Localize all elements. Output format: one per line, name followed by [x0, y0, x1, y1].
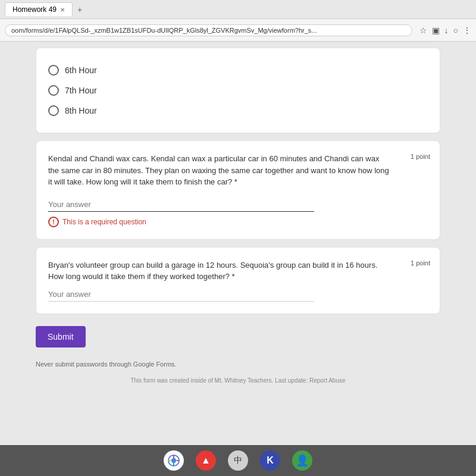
- tab-title: Homework 49: [12, 5, 57, 14]
- arrow-icon[interactable]: ↓: [444, 26, 449, 35]
- radio-option-6th[interactable]: 6th Hour: [48, 60, 428, 80]
- footer-text: This form was created inside of Mt. Whit…: [36, 377, 440, 384]
- bookmark-icon[interactable]: ▣: [432, 26, 440, 35]
- new-tab-button[interactable]: +: [73, 2, 87, 17]
- tab-bar: Homework 49 ✕ +: [0, 0, 476, 19]
- address-bar[interactable]: oom/forms/d/e/1FAlpQLSd-_xzmB1w1ZB1sUFDu…: [5, 24, 412, 36]
- taskbar-chrome-icon[interactable]: [164, 450, 184, 471]
- radio-label-8th: 8th Hour: [65, 106, 97, 115]
- taskbar-red-icon[interactable]: ▲: [196, 450, 216, 471]
- question1-point-badge: 1 point: [411, 153, 430, 160]
- taskbar-person-icon[interactable]: 👤: [292, 450, 312, 471]
- radio-option-8th[interactable]: 8th Hour: [48, 101, 428, 121]
- menu-icon[interactable]: ⋮: [463, 26, 471, 35]
- page-content: 6th Hour 7th Hour 8th Hour 1 point Kenda…: [0, 42, 476, 445]
- star-icon[interactable]: ☆: [419, 26, 427, 35]
- radio-label-6th: 6th Hour: [65, 65, 97, 75]
- svg-point-1: [171, 458, 176, 463]
- radio-circle-6th[interactable]: [48, 65, 59, 76]
- radio-circle-8th[interactable]: [48, 105, 59, 116]
- browser-bar: oom/forms/d/e/1FAlpQLSd-_xzmB1w1ZB1sUFDu…: [0, 19, 476, 42]
- submit-section: Submit: [36, 321, 440, 347]
- radio-circle-7th[interactable]: [48, 85, 59, 96]
- radio-option-7th[interactable]: 7th Hour: [48, 80, 428, 101]
- disclaimer-text: Never submit passwords through Google Fo…: [36, 361, 440, 368]
- required-message: ! This is a required question: [48, 217, 428, 227]
- required-text: This is a required question: [62, 218, 146, 226]
- question1-text: Kendal and Chandi wax cars. Kendal can w…: [48, 153, 428, 188]
- taskbar-kanji-icon[interactable]: 中: [228, 450, 248, 471]
- radio-label-7th: 7th Hour: [65, 86, 97, 95]
- required-icon: !: [48, 217, 59, 227]
- tab-close-button[interactable]: ✕: [60, 7, 65, 13]
- question2-card: 1 point Bryan's volunteer group can buil…: [36, 247, 440, 314]
- radio-options-card: 6th Hour 7th Hour 8th Hour: [36, 48, 440, 133]
- question2-point-badge: 1 point: [411, 259, 430, 267]
- circle-icon[interactable]: ○: [453, 26, 458, 35]
- question1-card: 1 point Kendal and Chandi wax cars. Kend…: [36, 140, 440, 240]
- active-tab[interactable]: Homework 49 ✕: [5, 2, 73, 16]
- taskbar-k-icon[interactable]: K: [260, 450, 280, 471]
- question2-answer-input[interactable]: [48, 287, 314, 302]
- submit-button[interactable]: Submit: [36, 326, 86, 347]
- question2-text: Bryan's volunteer group can build a gara…: [48, 259, 428, 283]
- question1-answer-input[interactable]: [48, 198, 314, 212]
- taskbar: ▲ 中 K 👤: [0, 445, 476, 476]
